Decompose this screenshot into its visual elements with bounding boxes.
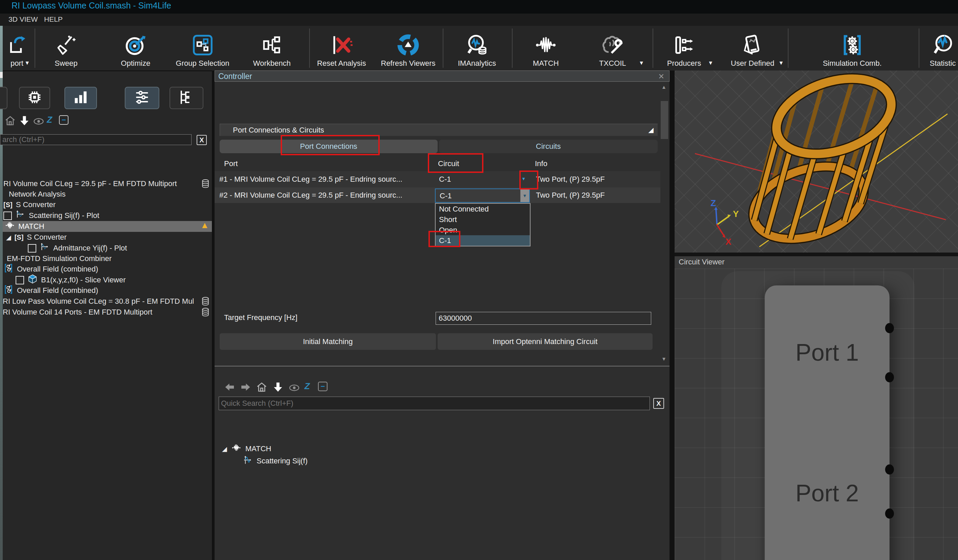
toolbar-item-workbench[interactable]: Workbench [238, 26, 305, 70]
bar-chart-icon [72, 89, 89, 108]
download-arrow-icon[interactable] [18, 114, 30, 128]
tree-item-coil-308[interactable]: RI Low Pass Volume Coil CLeg = 30.8 pF -… [3, 296, 212, 307]
toolbar-item-txcoil[interactable]: TXCOIL ▼ [581, 26, 645, 70]
toolbar-item-reset-analysis[interactable]: Reset Analysis [310, 26, 373, 70]
toolbar-item-imanalytics[interactable]: IMAnalytics [445, 26, 509, 70]
hierarchy-icon [178, 89, 195, 108]
scroll-down-icon[interactable]: ▼ [661, 356, 666, 362]
home-icon[interactable] [255, 381, 268, 395]
toolbar-item-sweep[interactable]: Sweep [37, 26, 95, 70]
quick-search-input[interactable] [219, 397, 650, 410]
back-arrow-icon[interactable] [224, 381, 236, 395]
result-tree-item-match[interactable]: ◢ MATCH [222, 443, 271, 455]
toolbar-item-simulation-combiner[interactable]: Simulation Comb. [790, 26, 915, 70]
home-icon[interactable] [4, 114, 16, 128]
result-tree-item-scattering[interactable]: Scattering Sij(f) [243, 455, 308, 467]
checkbox[interactable] [3, 211, 12, 220]
import-optenni-button[interactable]: Import Optenni Matching Circuit [438, 333, 653, 350]
collapse-all-icon[interactable]: – [59, 115, 68, 125]
toolbar-item-match[interactable]: MATCH [514, 26, 578, 70]
toolbar-item-group-selection[interactable]: Group Selection [168, 26, 237, 70]
tree-item-admittance-plot[interactable]: Admittance Yij(f) - Plot [3, 243, 212, 254]
annotation-box-port-connections-tab [281, 135, 380, 155]
terminal-dot[interactable] [885, 508, 894, 519]
simulation-combiner-gears-icon [841, 31, 864, 59]
dropdown-option-short[interactable]: Short [436, 214, 530, 225]
tree-item-s-converter[interactable]: [S] S Converter [3, 199, 212, 210]
annotation-box-circuit-column [428, 153, 484, 173]
tree-item-overall-field-1[interactable]: Overall Field (combined) [3, 264, 212, 274]
imanalytics-icon [465, 31, 489, 59]
panel-splitter[interactable] [669, 70, 675, 560]
eye-icon[interactable] [288, 382, 300, 395]
window-title: RI Lowpass Volume Coil.smash - Sim4Life [11, 1, 171, 11]
port-row-1[interactable]: #1 - MRI Volume Coil CLeg = 29.5 pF - En… [214, 171, 660, 187]
forward-arrow-icon[interactable] [240, 381, 252, 395]
checkbox[interactable] [28, 244, 36, 252]
toolbar-item-user-defined[interactable]: User Defined ▼ [722, 26, 784, 70]
3d-view[interactable]: Z Y X [675, 70, 958, 252]
plot-icon [15, 209, 25, 222]
circuit-viewer-title: Circuit Viewer [679, 258, 725, 267]
close-icon[interactable]: ✕ [658, 72, 665, 81]
toolbar-item-refresh-viewers[interactable]: Refresh Viewers [376, 26, 441, 70]
panel-splitter[interactable] [212, 70, 214, 560]
view-toggle-simulations-button[interactable] [19, 87, 50, 109]
horizontal-splitter[interactable] [214, 366, 669, 366]
combo-value: C-1 [440, 192, 452, 200]
zoom-z-icon[interactable]: Z [305, 381, 310, 392]
circuit-viewer-header[interactable]: Circuit Viewer [675, 256, 958, 269]
checkbox[interactable] [16, 276, 24, 284]
expander-icon[interactable]: ◢ [6, 233, 11, 241]
tree-item-b1-slice-viewer[interactable]: B1(x,y,z,f0) - Slice Viewer [3, 274, 212, 286]
app-window: RI Lowpass Volume Coil.smash - Sim4Life … [0, 0, 958, 560]
download-arrow-icon[interactable] [272, 381, 284, 395]
terminal-dot[interactable] [885, 323, 894, 333]
view-toggle-settings-button[interactable] [125, 87, 159, 109]
terminal-dot[interactable] [885, 465, 894, 474]
target-frequency-input[interactable] [436, 312, 651, 325]
tab-circuits[interactable]: Circuits [439, 140, 658, 153]
scrollbar-thumb[interactable] [661, 101, 668, 139]
tree-item-match-selected[interactable]: MATCH ▲ [3, 221, 212, 232]
circuit-viewer-canvas[interactable]: Port 1 Port 2 [675, 268, 958, 560]
expander-icon[interactable]: ◢ [222, 445, 227, 453]
circuit-combobox-open[interactable]: C-1 ▼ [435, 189, 530, 203]
circuit-combo-caret-icon[interactable]: ▼ [520, 189, 529, 202]
tree-search-input[interactable] [0, 134, 192, 145]
clear-quick-search-button[interactable]: X [653, 398, 664, 409]
menu-3d-view[interactable]: 3D VIEW [8, 15, 38, 24]
zoom-z-icon[interactable]: Z [47, 114, 52, 125]
scroll-up-icon[interactable]: ▲ [661, 84, 666, 90]
section-port-connections-circuits[interactable]: Port Connections & Circuits ◢ [220, 124, 658, 136]
tree-item-coil-14ports[interactable]: RI Volume Coil 14 Ports - EM FDTD Multip… [3, 307, 212, 317]
terminal-dot[interactable] [885, 372, 894, 382]
view-toggle-tree-button[interactable] [170, 87, 203, 109]
view-toggle-cut-button[interactable] [0, 87, 8, 109]
collapse-all-icon[interactable]: – [318, 382, 327, 391]
controller-title-bar[interactable]: Controller ✕ [214, 70, 669, 82]
tree-item-overall-field-2[interactable]: Overall Field (combined) [3, 285, 212, 296]
tree-item-emfdtd-combiner[interactable]: EM-FDTD Simulation Combiner [3, 253, 212, 264]
circuit-port-block[interactable] [765, 286, 890, 560]
tree-item-coil-295[interactable]: RI Volume Coil CLeg = 29.5 pF - EM FDTD … [3, 178, 212, 189]
toolbar-item-port[interactable]: port ▼ [0, 26, 34, 70]
dropdown-option-not-connected[interactable]: Not Connected [436, 204, 530, 214]
dropdown-caret-icon[interactable]: ▼ [778, 60, 784, 66]
view-toggle-analysis-button[interactable] [64, 87, 97, 109]
toolbar-item-optimize[interactable]: Optimize [105, 26, 166, 70]
section-collapse-icon[interactable]: ◢ [649, 126, 653, 134]
dropdown-caret-icon[interactable]: ▼ [639, 60, 644, 66]
tree-item-scattering-plot[interactable]: Scattering Sij(f) - Plot [3, 210, 212, 221]
toolbar-item-statistics[interactable]: Statistic [921, 26, 958, 70]
eye-icon[interactable] [33, 115, 45, 129]
toolbar-item-producers[interactable]: Producers ▼ [655, 26, 713, 70]
menu-help[interactable]: HELP [44, 15, 63, 24]
viewer-panel: Z Y X Circuit Viewer Port 1 Port 2 [675, 70, 958, 560]
dropdown-caret-icon[interactable]: ▼ [24, 60, 30, 66]
tree-item-s-converter-2[interactable]: ◢ [S] S Converter [3, 232, 212, 243]
clear-search-button[interactable]: X [197, 135, 207, 145]
tree-item-network-analysis[interactable]: Network Analysis [3, 189, 212, 200]
dropdown-caret-icon[interactable]: ▼ [708, 60, 713, 66]
initial-matching-button[interactable]: Initial Matching [220, 333, 436, 350]
